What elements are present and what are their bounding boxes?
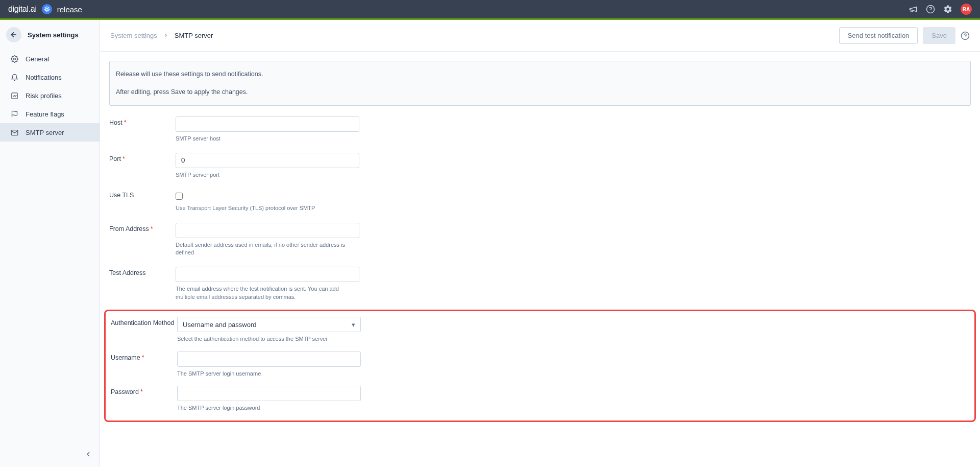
send-test-button[interactable]: Send test notification <box>839 27 918 44</box>
label-from: From Address* <box>109 223 176 232</box>
help-tls: Use Transport Layer Security (TLS) proto… <box>176 204 359 212</box>
sidebar-item-label: SMTP server <box>26 129 64 136</box>
test-input[interactable] <box>176 267 359 282</box>
product-icon <box>42 4 52 14</box>
help-icon[interactable] <box>961 31 970 40</box>
gear-icon[interactable] <box>943 5 952 14</box>
gear-icon <box>10 55 18 63</box>
label-tls: Use TLS <box>109 189 176 199</box>
help-auth: Select the authentication method to acce… <box>177 335 361 343</box>
top-bar: digital.ai release RA <box>0 0 980 18</box>
help-from: Default sender address used in emails, i… <box>176 241 359 257</box>
password-input[interactable] <box>177 386 361 401</box>
sidebar-item-notifications[interactable]: Notifications <box>0 68 100 86</box>
info-box: Release will use these settings to send … <box>109 61 971 106</box>
port-input[interactable] <box>176 153 359 168</box>
from-input[interactable] <box>176 223 359 238</box>
sidebar-item-smtp-server[interactable]: SMTP server <box>0 123 100 142</box>
svg-point-0 <box>45 8 48 11</box>
save-button[interactable]: Save <box>923 27 955 44</box>
label-username: Username* <box>111 352 177 361</box>
auth-select-value: Username and password <box>183 321 257 329</box>
sidebar-title: System settings <box>28 31 79 39</box>
label-auth: Authentication Method* <box>111 317 177 326</box>
breadcrumb: System settings SMTP server <box>110 32 213 39</box>
username-input[interactable] <box>177 352 361 367</box>
auth-select[interactable]: Username and password ▾ <box>177 317 361 332</box>
bell-icon <box>10 73 18 81</box>
mail-icon <box>10 128 18 136</box>
help-test: The email address where the test notific… <box>176 285 359 301</box>
product-name: release <box>57 5 82 14</box>
sidebar-item-label: Risk profiles <box>26 92 62 100</box>
sidebar-item-label: Feature flags <box>26 110 64 118</box>
collapse-sidebar-button[interactable] <box>84 450 92 460</box>
smtp-form: Host* SMTP server host Port* SMTP server… <box>109 115 971 423</box>
label-host: Host* <box>109 116 176 126</box>
help-username: The SMTP server login username <box>177 370 361 378</box>
label-password: Password* <box>111 386 177 395</box>
info-text-1: Release will use these settings to send … <box>116 69 964 79</box>
chart-icon <box>10 91 18 100</box>
chevron-left-icon <box>84 450 92 458</box>
highlight-annotation: Authentication Method* Username and pass… <box>104 310 976 422</box>
help-port: SMTP server port <box>176 171 359 179</box>
sidebar-item-risk-profiles[interactable]: Risk profiles <box>0 86 100 105</box>
help-host: SMTP server host <box>176 135 359 143</box>
help-password: The SMTP server login password <box>177 404 361 412</box>
sidebar-item-label: General <box>26 55 49 63</box>
label-port: Port* <box>109 153 176 162</box>
main-header: System settings SMTP server Send test no… <box>100 20 980 52</box>
tls-checkbox[interactable] <box>176 193 183 200</box>
breadcrumb-parent[interactable]: System settings <box>110 32 157 39</box>
info-text-2: After editing, press Save to apply the c… <box>116 87 964 97</box>
arrow-left-icon <box>10 31 18 39</box>
user-avatar[interactable]: RA <box>961 4 972 15</box>
sidebar: System settings General Notifications Ri… <box>0 20 100 467</box>
logo-area[interactable]: digital.ai release <box>8 4 82 14</box>
megaphone-icon[interactable] <box>909 5 918 14</box>
svg-point-4 <box>13 58 15 60</box>
help-icon[interactable] <box>926 5 935 14</box>
host-input[interactable] <box>176 116 359 132</box>
chevron-right-icon <box>163 32 168 39</box>
sidebar-item-label: Notifications <box>26 74 62 81</box>
label-test: Test Address <box>109 267 176 276</box>
flag-icon <box>10 110 18 118</box>
breadcrumb-current: SMTP server <box>175 32 213 39</box>
chevron-down-icon: ▾ <box>352 321 355 329</box>
sidebar-item-general[interactable]: General <box>0 50 100 68</box>
back-button[interactable] <box>6 27 21 42</box>
sidebar-item-feature-flags[interactable]: Feature flags <box>0 105 100 123</box>
